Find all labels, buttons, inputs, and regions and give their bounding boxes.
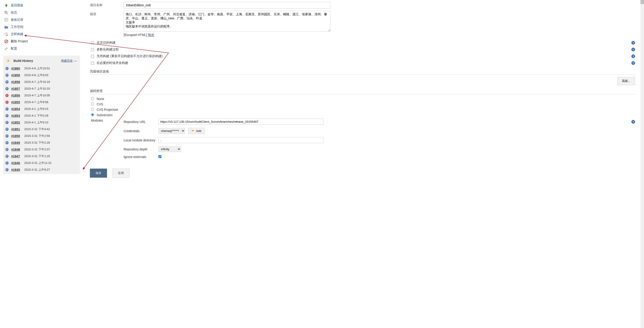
build-time: 2015-3-31 下午4:42 xyxy=(24,127,50,131)
build-history-header: Build History 构建历史 — xyxy=(3,57,80,65)
build-history-row[interactable]: #1860 2015-4-8 上午10:01 xyxy=(3,65,80,72)
build-history-row[interactable]: #1849 2015-3-31 下午2:29 xyxy=(3,139,80,146)
save-button[interactable]: 保存 xyxy=(90,169,107,178)
repo-url-label: Repository URL xyxy=(124,120,158,124)
scm-radio-row: Subversion xyxy=(90,112,635,118)
build-history-row[interactable]: #1846 2015-3-31 上午11:31 xyxy=(3,159,80,166)
build-history-row[interactable]: #1853 2015-4-1 下午5:29 xyxy=(3,112,80,119)
build-number-link[interactable]: #1846 xyxy=(11,161,24,165)
option-checkbox[interactable] xyxy=(91,62,94,65)
nav-status[interactable]: 状态 xyxy=(3,9,80,16)
option-checkbox[interactable] xyxy=(91,41,94,44)
build-number-link[interactable]: #1854 xyxy=(11,107,24,111)
scm-radio[interactable] xyxy=(91,113,94,116)
svg-point-0 xyxy=(5,11,7,13)
build-history-panel: Build History 构建历史 — #1860 2015-4-8 上午10… xyxy=(3,56,80,174)
advanced-button[interactable]: 高级... xyxy=(617,77,635,85)
apply-button[interactable]: 应用 xyxy=(112,169,130,178)
build-number-link[interactable]: #1857 xyxy=(11,87,24,90)
build-history-row[interactable]: #1851 2015-3-31 下午4:42 xyxy=(3,126,80,133)
option-checkbox-row: 关闭构建 (重新开启构建前不允许进行新的构建) ? xyxy=(90,53,635,60)
help-icon[interactable]: ? xyxy=(632,61,635,65)
main-form: 项目名称 描述 [Escaped HTML] 预览 丢弃旧的构建 ? 参数化构建… xyxy=(83,0,644,180)
collapse-icon[interactable]: — xyxy=(74,59,77,63)
nav-changes[interactable]: 修改记录 xyxy=(3,16,80,24)
build-history-row[interactable]: #1852 2015-4-1 上午9:10 xyxy=(3,119,80,126)
build-history-row[interactable]: #1847 2015-3-31 下午1:25 xyxy=(3,153,80,159)
scrollbar[interactable] xyxy=(640,0,644,180)
help-icon[interactable]: ? xyxy=(632,120,635,124)
status-orb-icon xyxy=(6,148,8,151)
build-number-link[interactable]: #1858 xyxy=(11,80,24,84)
build-number-link[interactable]: #1856 xyxy=(11,94,24,97)
scm-radio[interactable] xyxy=(91,108,94,111)
nav-workspace[interactable]: 工作空间 xyxy=(3,24,80,31)
build-number-link[interactable]: #1848 xyxy=(11,148,24,151)
build-history-row[interactable]: #1854 2015-4-2 上午9:15 xyxy=(3,106,80,112)
key-icon xyxy=(192,129,195,133)
build-time: 2015-3-31 上午9:27 xyxy=(24,168,50,172)
scm-radio-row: None xyxy=(90,96,635,101)
svg-line-15 xyxy=(9,62,10,62)
svg-line-8 xyxy=(5,40,8,43)
project-name-input[interactable] xyxy=(124,2,330,9)
credentials-label: Credentials xyxy=(124,129,158,133)
scm-radio[interactable] xyxy=(91,97,94,100)
option-checkbox-row: 参数化构建过程 ? xyxy=(90,46,635,53)
build-history-row[interactable]: #1857 2015-4-7 上午10:10 xyxy=(3,85,80,92)
nav-build-now[interactable]: 立即构建 xyxy=(3,31,80,38)
help-icon[interactable]: ? xyxy=(632,41,635,45)
option-checkbox[interactable] xyxy=(91,48,94,51)
arrow-up-icon xyxy=(4,3,8,8)
build-number-link[interactable]: #1849 xyxy=(11,141,24,144)
desc-textarea[interactable] xyxy=(124,11,330,32)
status-orb-icon xyxy=(6,121,8,124)
build-history-row[interactable]: #1850 2015-3-31 下午2:55 xyxy=(3,133,80,139)
build-history-row[interactable]: #1848 2015-3-31 下午2:07 xyxy=(3,146,80,153)
forbidden-icon xyxy=(4,39,8,44)
nav-back-to-dashboard[interactable]: 返回面板 xyxy=(3,2,80,9)
build-history-row[interactable]: #1859 2015-4-8 上午9:03 xyxy=(3,72,80,79)
build-history-row[interactable]: #1845 2015-3-31 上午9:27 xyxy=(3,166,80,173)
depth-select[interactable]: infinity xyxy=(158,146,181,152)
build-number-link[interactable]: #1847 xyxy=(11,154,24,158)
local-dir-input[interactable] xyxy=(158,137,324,143)
build-time: 2015-4-8 上午9:03 xyxy=(24,73,48,77)
status-orb-icon xyxy=(6,74,8,77)
add-credentials-button[interactable]: Add xyxy=(188,128,205,134)
build-time: 2015-3-31 下午2:29 xyxy=(24,141,50,145)
build-time: 2015-3-31 下午1:25 xyxy=(24,154,50,158)
local-dir-label: Local module directory xyxy=(124,138,158,142)
build-number-link[interactable]: #1851 xyxy=(11,127,24,131)
build-number-link[interactable]: #1850 xyxy=(11,134,24,138)
build-time: 2015-4-7 上午9:56 xyxy=(24,100,48,104)
nav-label: 返回面板 xyxy=(11,3,24,8)
build-history-row[interactable]: #1858 2015-4-7 上午10:18 xyxy=(3,79,80,85)
status-orb-icon xyxy=(6,101,8,104)
nav-label: 工作空间 xyxy=(11,25,24,29)
build-history-row[interactable]: #1856 2015-4-7 上午10:05 xyxy=(3,92,80,99)
option-checkbox[interactable] xyxy=(91,55,94,58)
build-number-link[interactable]: #1860 xyxy=(11,67,24,70)
repo-url-input[interactable] xyxy=(158,119,324,125)
build-number-link[interactable]: #1855 xyxy=(11,100,24,104)
build-history-title: Build History xyxy=(14,59,61,63)
scm-radio[interactable] xyxy=(91,102,94,105)
help-icon[interactable]: ? xyxy=(632,48,635,51)
scrollbar-thumb[interactable] xyxy=(640,0,644,4)
build-history-row[interactable]: #1855 2015-4-7 上午9:56 xyxy=(3,99,80,106)
help-icon[interactable]: ? xyxy=(632,55,635,58)
ignore-externals-checkbox[interactable] xyxy=(158,155,162,158)
status-orb-icon xyxy=(6,168,8,171)
build-number-link[interactable]: #1859 xyxy=(11,73,24,77)
credentials-select[interactable]: chenwq/****** xyxy=(158,128,185,134)
scm-section-title: 源码管理 xyxy=(90,89,635,94)
build-number-link[interactable]: #1852 xyxy=(11,121,24,124)
build-number-link[interactable]: #1845 xyxy=(11,168,24,172)
nav-configure[interactable]: 配置 xyxy=(3,45,80,52)
build-number-link[interactable]: #1853 xyxy=(11,114,24,117)
nav-delete-project[interactable]: 删除 Project xyxy=(3,38,80,45)
status-orb-icon xyxy=(6,114,8,117)
preview-link[interactable]: 预览 xyxy=(148,33,154,37)
build-history-link[interactable]: 构建历史 xyxy=(61,59,73,63)
